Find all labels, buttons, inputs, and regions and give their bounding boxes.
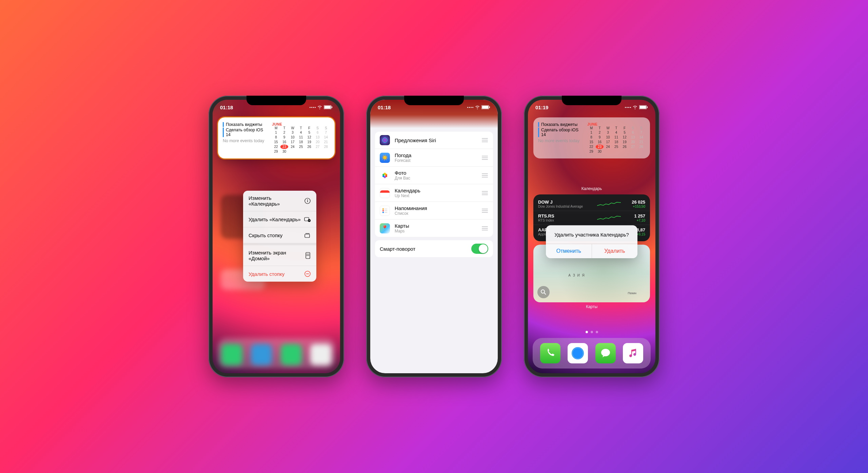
calendar-dow: M	[272, 126, 280, 130]
calendar-dow: M	[587, 126, 595, 130]
stack-item-reminders[interactable]: НапоминанияСписок	[375, 202, 493, 220]
calendar-day: 17	[289, 140, 297, 144]
calendar-day: 20	[629, 140, 637, 144]
calendar-day: 21	[322, 140, 330, 144]
calendar-day: 17	[604, 140, 612, 144]
calendar-dow: S	[314, 126, 322, 130]
page-indicator[interactable]	[528, 331, 655, 333]
calendar-day: 29	[272, 149, 280, 154]
item-sub: Список	[395, 211, 481, 216]
ctx-label: Изменить «Календарь»	[249, 195, 304, 207]
calendar-month-grid: JUNE MTWTFSS1234567891011121314151617181…	[587, 122, 645, 154]
stack-item-maps[interactable]: 📍 КартыMaps	[375, 220, 493, 237]
stock-name-label: Dow Jones Industrial Average	[538, 205, 597, 208]
stock-name-label: RTS Index	[538, 219, 597, 222]
calendar-events: Показать виджеты Сделать обзор iOS 14 No…	[538, 122, 583, 154]
dock-phone-icon[interactable]	[540, 343, 560, 363]
stock-row[interactable]: DOW JDow Jones Industrial Average 26 025…	[533, 197, 650, 211]
remove-widget-icon	[304, 216, 311, 223]
drag-handle-icon[interactable]	[481, 138, 488, 142]
stack-item-calendar[interactable]: КалендарьUp Next	[375, 184, 493, 202]
calendar-day: 15	[272, 140, 280, 144]
smart-rotate-row: Смарт-поворот	[375, 240, 493, 257]
item-sub: Для Вас	[395, 176, 481, 181]
calendar-day: 2	[596, 130, 604, 135]
status-time: 01:19	[535, 105, 548, 110]
stock-symbol: DOW J	[538, 200, 597, 205]
calendar-day: 28	[637, 145, 645, 149]
item-title: Погода	[395, 152, 481, 158]
svg-point-49	[601, 349, 610, 356]
ctx-hide-stack[interactable]: Скрыть стопку	[243, 227, 316, 243]
ctx-delete-stack[interactable]: Удалить стопку	[243, 266, 316, 282]
calendar-day: 23	[280, 145, 289, 149]
calendar-dow: W	[289, 126, 297, 130]
status-icons	[625, 105, 648, 109]
calendar-day: 6	[314, 130, 322, 135]
calendar-day: 25	[297, 145, 305, 149]
calendar-dow: F	[620, 126, 629, 130]
calendar-dow: T	[612, 126, 620, 130]
ctx-label: Изменить экран «Домой»	[249, 250, 304, 261]
calendar-dow: T	[297, 126, 305, 130]
smart-rotate-switch[interactable]	[471, 244, 488, 254]
svg-rect-20	[482, 106, 489, 109]
ctx-edit-calendar[interactable]: Изменить «Календарь»	[243, 191, 316, 211]
dock-music-icon[interactable]	[623, 343, 643, 363]
context-menu: Изменить «Календарь» Удалить «Календарь»…	[243, 191, 316, 282]
svg-rect-34	[384, 210, 387, 211]
status-icons	[310, 105, 333, 109]
battery-icon	[639, 105, 648, 109]
calendar-widget[interactable]: Показать виджеты Сделать обзор iOS 14 No…	[218, 117, 335, 158]
stack-item-weather[interactable]: ☀️ ПогодаForecast	[375, 149, 493, 167]
item-sub: Forecast	[395, 158, 481, 163]
calendar-day: 18	[297, 140, 305, 144]
svg-rect-5	[307, 201, 308, 202]
status-icons	[467, 105, 490, 109]
calendar-day: 4	[297, 130, 305, 135]
phone-1: 01:18 Показать виджеты Сделать обзор iOS…	[209, 96, 344, 377]
stock-row[interactable]: RTS.RSRTS Index 1 257+7,10	[533, 211, 650, 225]
notch	[404, 96, 464, 105]
alert-cancel-button[interactable]: Отменить	[546, 244, 592, 258]
dock-safari-icon[interactable]	[568, 343, 588, 363]
svg-rect-35	[384, 212, 387, 213]
calendar-day: 22	[587, 145, 595, 149]
calendar-day: 16	[280, 140, 289, 144]
drag-handle-icon[interactable]	[481, 173, 488, 177]
svg-point-32	[382, 212, 384, 213]
item-title: Карты	[395, 223, 481, 229]
svg-rect-18	[306, 273, 309, 274]
drag-handle-icon[interactable]	[481, 191, 488, 195]
calendar-day: 11	[297, 135, 305, 139]
calendar-dow: S	[637, 126, 645, 130]
weather-icon: ☀️	[380, 153, 390, 163]
item-title: Календарь	[395, 188, 481, 193]
wifi-icon	[317, 105, 322, 109]
ctx-remove-calendar[interactable]: Удалить «Календарь»	[243, 211, 316, 227]
stack-item-photos[interactable]: ФотоДля Вас	[375, 167, 493, 184]
stack-item-siri[interactable]: Предложения Siri	[375, 132, 493, 149]
calendar-day: 24	[289, 145, 297, 149]
drag-handle-icon[interactable]	[481, 209, 488, 213]
calendar-no-more: No more events today	[538, 138, 583, 143]
wifi-icon	[475, 105, 480, 109]
svg-point-31	[382, 210, 384, 211]
stock-price: 26 025	[621, 200, 645, 205]
calendar-day: 14	[322, 135, 330, 139]
calendar-day: 14	[637, 135, 645, 139]
drag-handle-icon[interactable]	[481, 226, 488, 230]
calendar-day: 5	[305, 130, 313, 135]
svg-rect-1	[324, 106, 331, 109]
map-search-button[interactable]	[537, 286, 550, 298]
dock-messages-icon[interactable]	[595, 343, 616, 363]
calendar-day: 4	[612, 130, 620, 135]
calendar-day: 8	[587, 135, 595, 139]
calendar-day: 27	[629, 145, 637, 149]
alert-confirm-button[interactable]: Удалить	[592, 244, 638, 258]
item-sub: Up Next	[395, 193, 481, 198]
ctx-edit-home[interactable]: Изменить экран «Домой»	[243, 243, 316, 266]
drag-handle-icon[interactable]	[481, 156, 488, 160]
calendar-widget-dim[interactable]: Показать виджеты Сделать обзор iOS 14 No…	[533, 117, 650, 158]
sparkline-icon	[597, 201, 621, 207]
